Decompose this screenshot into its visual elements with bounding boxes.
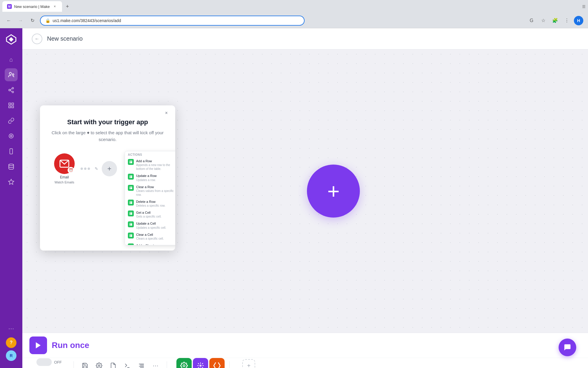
share-icon <box>8 87 14 93</box>
window-menu-btn[interactable]: ☰ <box>582 4 586 9</box>
sidebar-item-webhooks[interactable] <box>5 130 18 142</box>
notes-icon <box>110 362 116 368</box>
google-btn[interactable]: G <box>527 16 536 25</box>
profile-btn[interactable]: H <box>574 16 583 25</box>
svg-rect-8 <box>12 103 14 105</box>
chat-fab-button[interactable] <box>559 339 576 356</box>
webhooks-icon <box>8 133 14 139</box>
app-list-item-update-row[interactable]: Update a Row Updates a row. <box>125 172 175 183</box>
settings-btn[interactable]: ⋮ <box>562 16 572 25</box>
bottom-toolbar: Run once OFF ⏱ Every 15 minutes. SC <box>22 333 588 368</box>
svg-point-0 <box>9 72 11 74</box>
tools-green-btn[interactable] <box>176 358 192 368</box>
schedule-toggle: OFF <box>36 358 62 366</box>
svg-point-35 <box>183 365 185 367</box>
browser-actions: G ☆ 🧩 ⋮ H <box>527 16 583 25</box>
get-cell-icon <box>128 210 134 216</box>
favorites-section: + FAVORITES <box>239 359 258 368</box>
svg-line-44 <box>202 363 203 364</box>
scheduling-section: OFF ⏱ Every 15 minutes. SCHEDULING <box>29 358 69 368</box>
svg-rect-7 <box>9 103 11 105</box>
reload-btn[interactable]: ↻ <box>28 16 36 25</box>
app-list-item-update-cell[interactable]: Update a Cell Updates a specific cell. <box>125 220 175 231</box>
controls-icons: ⋯ <box>78 359 162 368</box>
sidebar-logo[interactable] <box>5 33 18 46</box>
sidebar-item-apps[interactable] <box>5 99 18 112</box>
app-list-item-get-cell[interactable]: Get a Cell Gets a specific cell. <box>125 209 175 220</box>
forward-nav-btn[interactable]: → <box>16 16 25 25</box>
sidebar-item-more[interactable]: ⋯ <box>5 322 18 335</box>
devices-icon <box>8 148 14 155</box>
email-module-label: Email <box>60 175 69 179</box>
toggle-track[interactable] <box>36 358 52 366</box>
run-once-label[interactable]: Run once <box>52 341 89 350</box>
dialog-close-btn[interactable]: × <box>162 109 171 117</box>
update-cell-icon <box>128 221 134 227</box>
app-list-panel[interactable]: ACTIONS Add a Row Appends a new row to t… <box>125 151 175 245</box>
svg-rect-24 <box>130 234 132 237</box>
sidebar-item-connections[interactable] <box>5 114 18 127</box>
settings-btn[interactable] <box>93 359 106 368</box>
new-tab-button[interactable]: + <box>63 2 71 11</box>
window-controls: ☰ <box>582 4 586 9</box>
sidebar-help-btn[interactable]: ? <box>6 337 16 348</box>
app-list-item-add-row[interactable]: Add a Row Appends a new row to the botto… <box>125 158 175 172</box>
sidebar-avatar[interactable]: R <box>6 350 16 361</box>
tab-close-btn[interactable]: × <box>52 4 57 9</box>
sidebar-item-templates[interactable] <box>5 175 18 188</box>
svg-point-4 <box>12 91 14 93</box>
app-list-item-clear-cell[interactable]: Clear a Cell Clears a specific cell. <box>125 231 175 242</box>
chat-icon <box>563 343 572 352</box>
sheets-icon <box>128 159 134 165</box>
run-once-bar: Run once <box>22 333 588 358</box>
update-row-icon <box>128 174 134 180</box>
svg-rect-10 <box>12 106 14 108</box>
tab-title: New scenario | Make <box>14 4 50 9</box>
add-module-small-btn[interactable]: + <box>102 161 117 176</box>
team-icon <box>8 72 14 78</box>
tools-orange-btn[interactable] <box>209 358 225 368</box>
favorites-add-btn[interactable]: + <box>242 359 255 368</box>
app-list-text-clear-row: Clear a Row Clears values from a specifi… <box>136 185 175 197</box>
scheduling-controls: OFF <box>36 358 62 366</box>
sidebar-item-devices[interactable] <box>5 145 18 158</box>
active-tab[interactable]: M New scenario | Make × <box>2 1 62 12</box>
app-list-item-delete-row[interactable]: Delete a Row Deletes a specific row. <box>125 198 175 209</box>
app-list-item-add-sheet[interactable]: Add a Sheet Adds a new sheet. <box>125 242 175 245</box>
svg-rect-21 <box>130 201 132 204</box>
align-btn[interactable] <box>135 359 148 368</box>
sidebar-item-datastores[interactable] <box>5 160 18 173</box>
subtitle-plus: + <box>87 130 91 135</box>
tools-purple-btn[interactable] <box>193 358 208 368</box>
notes-btn[interactable] <box>107 359 120 368</box>
app-list-text-add-row: Add a Row Appends a new row to the botto… <box>136 159 175 171</box>
app-list-item-clear-row[interactable]: Clear a Row Clears values from a specifi… <box>125 183 175 198</box>
more-dots-icon: ⋯ <box>153 362 158 368</box>
run-once-button[interactable] <box>29 336 47 354</box>
svg-rect-22 <box>130 212 132 215</box>
address-input[interactable]: 🔒 us1.make.com/382443/scenarios/add <box>40 16 305 26</box>
svg-rect-18 <box>130 161 132 163</box>
dot-3 <box>88 168 90 170</box>
address-bar: ← → ↻ 🔒 us1.make.com/382443/scenarios/ad… <box>0 13 588 28</box>
add-sheet-icon <box>128 243 134 245</box>
sidebar-item-home[interactable]: ⌂ <box>5 53 18 66</box>
sidebar-item-share[interactable] <box>5 84 18 97</box>
flow-btn[interactable] <box>121 359 134 368</box>
app-list-text-clear-cell: Clear a Cell Clears a specific cell. <box>136 233 175 241</box>
email-module[interactable]: ⏰ Email Watch Emails <box>54 153 75 184</box>
controls-section: ⋯ CONTROLS <box>78 359 162 368</box>
trigger-dialog: × Start with your trigger app Click on t… <box>40 105 175 251</box>
dot-1 <box>81 168 83 170</box>
back-nav-btn[interactable]: ← <box>5 16 13 25</box>
tools-section: TOOLS <box>176 358 225 368</box>
more-btn[interactable]: ⋯ <box>149 359 162 368</box>
add-module-button[interactable]: + <box>307 165 360 218</box>
sidebar-item-team[interactable] <box>5 68 18 81</box>
back-button[interactable]: ← <box>32 34 42 44</box>
save-btn[interactable] <box>78 359 91 368</box>
bookmark-btn[interactable]: ☆ <box>539 16 548 25</box>
extensions-btn[interactable]: 🧩 <box>550 16 560 25</box>
gear-icon <box>96 362 102 368</box>
toolbar-divider-2 <box>167 361 167 368</box>
